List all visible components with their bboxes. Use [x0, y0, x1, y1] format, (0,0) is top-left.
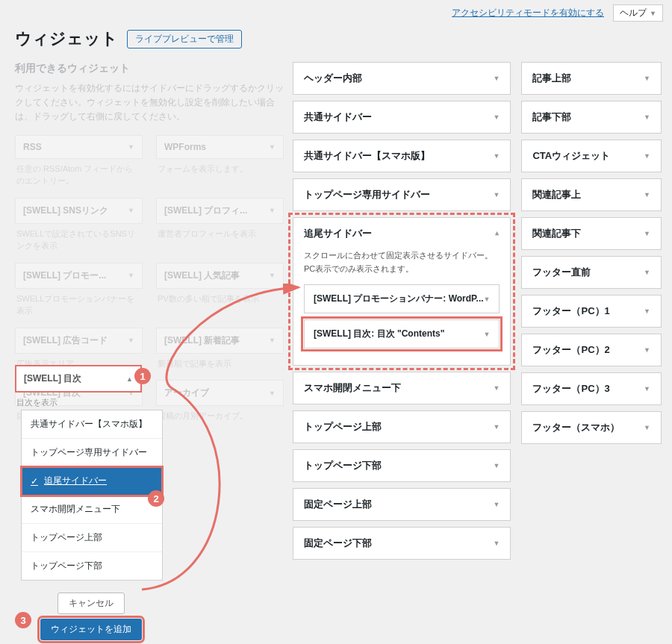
- page-title: ウィジェット: [15, 28, 118, 50]
- widget-area-label: 関連記事下: [532, 227, 581, 240]
- widget-area-label: ヘッダー内部: [304, 72, 362, 85]
- widget-area: ヘッダー内部▼: [293, 62, 511, 95]
- widget-area-header[interactable]: ヘッダー内部▼: [293, 63, 510, 94]
- add-widget-button[interactable]: ウィジェットを追加: [40, 619, 142, 640]
- available-widget-sub: 任意の RSS/Atom フィードからのエントリー。: [15, 159, 143, 193]
- widget-area-header[interactable]: フッター（PC）2▼: [522, 334, 661, 366]
- widget-area: CTAウィジェット▼: [521, 140, 662, 172]
- available-widget[interactable]: [SWELL] 人気記事▼PV数の多い順で記事を表示: [156, 263, 284, 323]
- widget-area: トップページ下部▼: [293, 449, 511, 482]
- widget-area-label: フッター（PC）1: [532, 304, 609, 318]
- widget-area: 関連記事下▼: [521, 217, 662, 250]
- widget-area-label: 固定ページ下部: [304, 537, 372, 550]
- chevron-down-icon: ▼: [128, 143, 134, 151]
- available-widget-sub: フォームを表示します。: [156, 159, 284, 181]
- placed-widget-title: [SWELL] プロモーションバナー: WordP...: [314, 293, 484, 305]
- widget-area-header[interactable]: 共通サイドバー【スマホ版】▼: [293, 140, 510, 172]
- widget-area-header[interactable]: 固定ページ上部▼: [293, 489, 510, 520]
- placed-widget[interactable]: [SWELL] プロモーションバナー: WordP...▼: [304, 284, 500, 313]
- available-widget[interactable]: [SWELL] SNSリンク▼SWELLで設定されているSNSリンクを表示: [15, 198, 143, 258]
- widget-area-header[interactable]: スマホ開閉メニュー下▼: [293, 372, 510, 404]
- open-widget-mokuji[interactable]: [SWELL] 目次 ▲ 1 目次を表示: [15, 365, 142, 415]
- chevron-down-icon: ▼: [494, 384, 500, 392]
- widget-area-label: 共通サイドバー: [304, 110, 372, 124]
- chevron-down-icon: ▼: [494, 152, 500, 160]
- available-widget[interactable]: RSS▼任意の RSS/Atom フィードからのエントリー。: [15, 135, 143, 193]
- chevron-down-icon: ▼: [644, 230, 650, 237]
- help-dropdown[interactable]: ヘルプ ▼: [613, 4, 663, 22]
- widget-area: 記事上部▼: [521, 62, 662, 95]
- available-widgets-heading: 利用できるウィジェット: [15, 62, 284, 75]
- placed-widget[interactable]: [SWELL] 目次: 目次 "Contents"▼: [304, 319, 500, 348]
- widget-area-header[interactable]: フッター（スマホ）▼: [522, 412, 661, 443]
- chevron-down-icon: ▼: [269, 272, 276, 279]
- area-option[interactable]: スマホ開閉メニュー下: [22, 495, 162, 524]
- widget-area-label: フッター直前: [532, 266, 591, 279]
- available-widget-title: アーカイブ: [164, 387, 209, 399]
- widget-area: フッター（PC）1▼: [521, 295, 662, 328]
- widget-area-label: 追尾サイドバー: [304, 227, 372, 240]
- badge-1: 1: [134, 368, 151, 384]
- chevron-down-icon: ▼: [128, 337, 134, 344]
- chevron-down-icon: ▼: [269, 390, 276, 397]
- available-widget-title: RSS: [23, 142, 42, 152]
- widget-area-header[interactable]: CTAウィジェット▼: [522, 140, 661, 172]
- chevron-down-icon: ▼: [494, 75, 500, 82]
- live-preview-button[interactable]: ライブプレビューで管理: [127, 30, 242, 49]
- chevron-down-icon: ▼: [494, 230, 500, 237]
- available-widget-sub: 運営者プロフィールを表示: [156, 224, 284, 246]
- chevron-down-icon: ▼: [484, 296, 491, 303]
- widget-area-header[interactable]: 追尾サイドバー▼: [293, 218, 510, 249]
- available-widget[interactable]: アーカイブ▼投稿の月別アーカイブ。: [156, 380, 284, 428]
- area-chooser: 共通サイドバー【スマホ版】トップページ専用サイドバー✓追尾サイドバースマホ開閉メ…: [21, 410, 163, 581]
- area-option[interactable]: 共通サイドバー【スマホ版】: [22, 410, 162, 439]
- check-icon: ✓: [31, 476, 38, 487]
- widget-area-header[interactable]: フッター（PC）3▼: [522, 373, 661, 404]
- widget-area: フッター（PC）3▼: [521, 372, 662, 405]
- chevron-down-icon: ▼: [644, 113, 650, 121]
- widget-area: 共通サイドバー▼: [293, 101, 511, 134]
- widget-area: トップページ専用サイドバー▼: [293, 178, 511, 211]
- widget-area-header[interactable]: 関連記事上▼: [522, 179, 661, 210]
- area-option[interactable]: トップページ下部: [22, 552, 162, 580]
- area-option[interactable]: ✓追尾サイドバー: [22, 467, 162, 495]
- available-widget-title: [SWELL] 新着記事: [164, 334, 240, 347]
- widget-area-label: CTAウィジェット: [532, 149, 610, 163]
- widget-area-header[interactable]: 記事下部▼: [522, 101, 661, 133]
- available-widget[interactable]: [SWELL] プロモー...▼SWELLプロモーションバナーを表示: [15, 263, 143, 323]
- available-widget-sub: 投稿の月別アーカイブ。: [156, 406, 284, 428]
- widget-area: 追尾サイドバー▼スクロールに合わせて固定表示させるサイドバー。PC表示でのみ表示…: [293, 217, 511, 366]
- available-widgets-panel: 利用できるウィジェット ウィジェットを有効化するにはサイドバーにドラッグするかク…: [15, 62, 284, 644]
- chevron-down-icon: ▼: [494, 501, 500, 508]
- widget-area: スマホ開閉メニュー下▼: [293, 372, 511, 404]
- widget-area-label: トップページ下部: [304, 459, 382, 472]
- available-widget-sub: 新着順で記事を表示: [156, 354, 284, 376]
- chevron-down-icon: ▼: [269, 337, 276, 344]
- widget-area-header[interactable]: 記事上部▼: [522, 63, 661, 94]
- available-widget[interactable]: WPForms▼フォームを表示します。: [156, 135, 284, 193]
- widget-area: フッター直前▼: [521, 256, 662, 289]
- widget-area-header[interactable]: トップページ専用サイドバー▼: [293, 179, 510, 210]
- widget-area-header[interactable]: トップページ下部▼: [293, 450, 510, 481]
- cancel-button[interactable]: キャンセル: [57, 593, 125, 614]
- badge-2: 2: [148, 490, 164, 507]
- chevron-down-icon: ▼: [128, 207, 134, 214]
- available-widget[interactable]: [SWELL] 新着記事▼新着順で記事を表示: [156, 328, 284, 376]
- available-widget-title: [SWELL] プロモー...: [23, 269, 106, 282]
- widget-area-header[interactable]: フッター（PC）1▼: [522, 296, 661, 327]
- area-option[interactable]: トップページ専用サイドバー: [22, 439, 162, 467]
- widget-area-header[interactable]: フッター直前▼: [522, 257, 661, 288]
- widget-area: 記事下部▼: [521, 101, 662, 134]
- widget-area-header[interactable]: 固定ページ下部▼: [293, 528, 510, 559]
- chevron-down-icon: ▼: [484, 331, 491, 338]
- widget-area-header[interactable]: 共通サイドバー▼: [293, 101, 510, 133]
- available-widgets-desc: ウィジェットを有効化するにはサイドバーにドラッグするかクリックしてください。ウィ…: [15, 81, 284, 125]
- area-option[interactable]: トップページ上部: [22, 524, 162, 552]
- widget-area-header[interactable]: 関連記事下▼: [522, 218, 661, 249]
- a11y-mode-link[interactable]: アクセシビリティモードを有効にする: [452, 7, 604, 19]
- widget-area-header[interactable]: トップページ上部▼: [293, 411, 510, 443]
- available-widget[interactable]: [SWELL] プロフィ...▼運営者プロフィールを表示: [156, 198, 284, 258]
- chevron-down-icon: ▼: [644, 269, 650, 276]
- widget-area: フッター（スマホ）▼: [521, 411, 662, 444]
- widget-area-label: 記事上部: [532, 72, 571, 85]
